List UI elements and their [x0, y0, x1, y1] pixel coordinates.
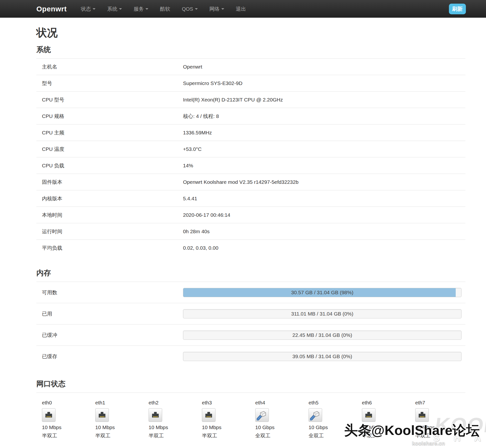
- port-duplex: 半双工: [202, 432, 255, 440]
- row-value: 核心: 4 / 线程: 8: [183, 113, 465, 120]
- table-row: CPU 型号 Intel(R) Xeon(R) D-2123IT CPU @ 2…: [36, 91, 465, 108]
- ports-section-heading: 网口状态: [36, 379, 465, 389]
- nav-menu: 状态 系统 服务 酷软 QOS 网络 退出: [75, 0, 252, 18]
- port-icon-box: [202, 408, 215, 422]
- memory-row: 可用数 30.57 GB / 31.04 GB (98%): [36, 282, 465, 303]
- nav-item-label: QOS: [182, 6, 193, 12]
- row-label: 运行时间: [36, 228, 183, 235]
- table-row: 运行时间 0h 28m 40s: [36, 223, 465, 240]
- nav-item[interactable]: 状态: [75, 0, 101, 18]
- row-label: 本地时间: [36, 212, 183, 218]
- port-icon-box: [415, 408, 429, 422]
- table-row: 主机名 Openwrt: [36, 58, 465, 75]
- memory-progressbar: 39.05 MB / 31.04 GB (0%): [183, 352, 461, 361]
- table-row: 本地时间 2020-06-17 00:46:14: [36, 207, 465, 223]
- port-duplex: 全双工: [255, 432, 309, 440]
- port-duplex: 半双工: [42, 432, 95, 440]
- row-value: 22.45 MB / 31.04 GB (0%): [183, 331, 465, 340]
- ethernet-port-icon: [363, 410, 374, 420]
- row-value: 0.02, 0.03, 0.00: [183, 245, 465, 251]
- port-name: eth3: [202, 399, 255, 406]
- port-name: eth6: [362, 399, 415, 406]
- nav-item-label: 网络: [209, 6, 220, 12]
- row-label: CPU 负载: [36, 162, 183, 169]
- nav-item-label: 系统: [107, 6, 117, 12]
- row-label: 固件版本: [36, 179, 183, 185]
- nav-item[interactable]: 网络: [204, 0, 230, 18]
- main-content: 状况 系统 主机名 Openwrt 型号 Supermicro SYS-E302…: [36, 27, 465, 447]
- memory-table: 可用数 30.57 GB / 31.04 GB (98%) 已用 311.01 …: [36, 282, 465, 367]
- row-value: 1336.59MHz: [183, 130, 465, 136]
- port-name: eth7: [415, 399, 469, 406]
- port-icon-box: [255, 408, 269, 422]
- port-icon-box: [148, 408, 162, 422]
- nav-item-label: 状态: [81, 6, 91, 12]
- progressbar-text: 22.45 MB / 31.04 GB (0%): [183, 331, 461, 339]
- chevron-down-icon: [195, 8, 198, 10]
- port-duplex: 半双工: [148, 432, 202, 440]
- port-item: eth2: [148, 399, 202, 440]
- brand-logo[interactable]: Openwrt: [36, 5, 67, 13]
- memory-row: 已用 311.01 MB / 31.04 GB (0%): [36, 303, 465, 324]
- port-speed: 10 Mbps: [148, 423, 202, 432]
- table-row: 固件版本 Openwrt Koolshare mod V2.35 r14297-…: [36, 174, 465, 190]
- row-label: 已用: [36, 311, 183, 317]
- system-section-heading: 系统: [36, 45, 465, 55]
- port-icon-box: [362, 408, 375, 422]
- chevron-down-icon: [221, 8, 224, 10]
- row-value: 30.57 GB / 31.04 GB (98%): [183, 288, 465, 297]
- nav-item-label: 酷软: [160, 6, 170, 12]
- memory-row: 已缓冲 22.45 MB / 31.04 GB (0%): [36, 324, 465, 345]
- port-item: eth3: [202, 399, 255, 440]
- memory-progressbar: 22.45 MB / 31.04 GB (0%): [183, 331, 461, 340]
- nav-item[interactable]: 系统: [101, 0, 128, 18]
- row-label: 已缓存: [36, 353, 183, 360]
- port-name: eth4: [255, 399, 309, 406]
- ethernet-port-icon: [97, 410, 107, 420]
- progressbar-text: 311.01 MB / 31.04 GB (0%): [183, 310, 461, 318]
- port-icon-box: [309, 408, 322, 422]
- ethernet-port-icon: [417, 410, 427, 420]
- top-navbar: Openwrt 状态 系统 服务 酷软 QOS 网络 退出: [0, 0, 486, 18]
- table-row: CPU 温度 +53.0°C: [36, 141, 465, 157]
- memory-section-heading: 内存: [36, 268, 465, 278]
- row-value: Openwrt: [183, 64, 465, 70]
- memory-progressbar: 311.01 MB / 31.04 GB (0%): [183, 309, 461, 319]
- nav-item[interactable]: 酷软: [154, 0, 176, 18]
- port-name: eth5: [309, 399, 362, 406]
- nav-item[interactable]: 服务: [128, 0, 154, 18]
- chevron-down-icon: [119, 8, 122, 10]
- ethernet-connected-icon: [310, 410, 321, 420]
- port-speed: 10 Mbps: [95, 423, 148, 432]
- nav-item-label: 退出: [236, 6, 246, 12]
- row-label: CPU 主频: [36, 129, 183, 136]
- row-label: 型号: [36, 80, 183, 87]
- port-icon-box: [95, 408, 109, 422]
- port-name: eth2: [148, 399, 202, 406]
- row-value: 5.4.41: [183, 196, 465, 201]
- row-label: CPU 型号: [36, 96, 183, 103]
- table-row: 内核版本 5.4.41: [36, 190, 465, 207]
- port-speed: 10 Gbps: [255, 423, 309, 432]
- row-value: +53.0°C: [183, 146, 465, 152]
- nav-item[interactable]: QOS: [176, 0, 204, 18]
- ethernet-port-icon: [150, 410, 161, 420]
- ethernet-port-icon: [43, 410, 54, 420]
- chevron-down-icon: [145, 8, 148, 10]
- system-table: 主机名 Openwrt 型号 Supermicro SYS-E302-9D CP…: [36, 58, 465, 256]
- row-label: CPU 规格: [36, 113, 183, 120]
- port-duplex: 半双工: [95, 432, 148, 440]
- page-title: 状况: [36, 27, 465, 39]
- row-value: Supermicro SYS-E302-9D: [183, 80, 465, 86]
- nav-item[interactable]: 退出: [230, 0, 252, 18]
- row-label: 平均负载: [36, 245, 183, 251]
- table-row: 型号 Supermicro SYS-E302-9D: [36, 75, 465, 91]
- row-label: 已缓冲: [36, 332, 183, 338]
- port-speed: 10 Mbps: [202, 423, 255, 432]
- port-name: eth1: [95, 399, 148, 406]
- row-label: 内核版本: [36, 195, 183, 202]
- refresh-button[interactable]: 刷新: [449, 4, 466, 14]
- port-name: eth0: [42, 399, 95, 406]
- watermark-main-text: 头条@KoolShare论坛: [344, 421, 480, 440]
- row-value: Intel(R) Xeon(R) D-2123IT CPU @ 2.20GHz: [183, 97, 465, 103]
